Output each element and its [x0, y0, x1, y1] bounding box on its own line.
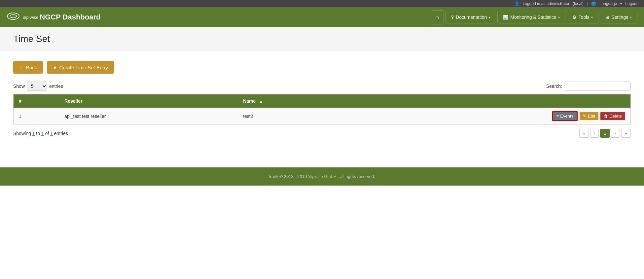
- sort-name-icon: ▲: [259, 99, 263, 104]
- page-title: Time Set: [13, 34, 631, 44]
- logged-in-label: Logged in as administrator: [523, 1, 569, 6]
- company-link[interactable]: Sipwise GmbH: [308, 174, 337, 179]
- nav-item-monitoring: 📊 Monitoring & Statistics ▾: [497, 11, 565, 23]
- cell-actions: ≡ Events ✎ Edit 🗑 Delete: [342, 108, 630, 125]
- star-icon: ★: [53, 64, 57, 70]
- settings-label: Settings: [611, 15, 628, 20]
- of-text: of: [45, 131, 51, 136]
- settings-nav-link[interactable]: ⊞ Settings ▾: [600, 11, 637, 23]
- tools-nav-link[interactable]: ⚙ Tools ▾: [567, 11, 599, 23]
- events-button[interactable]: ≡ Events: [552, 111, 578, 121]
- footer: trunk © 2013 - 2019 Sipwise GmbH , all r…: [0, 167, 644, 186]
- svg-point-1: [10, 15, 17, 18]
- trash-icon: 🗑: [604, 114, 608, 119]
- brand-logo: [7, 11, 20, 23]
- nav-item-home: ⌂: [431, 10, 444, 24]
- tools-label: Tools: [579, 15, 590, 20]
- delete-button[interactable]: 🗑 Delete: [600, 112, 625, 120]
- total-link[interactable]: 1: [50, 131, 53, 136]
- nav-menu: ⌂ ? Documentation ▾ 📊 Monitoring & Stati…: [431, 10, 637, 24]
- user-scope: (local): [573, 1, 584, 6]
- home-nav-link[interactable]: ⌂: [431, 10, 444, 24]
- next-page-button[interactable]: ›: [611, 129, 620, 138]
- table-controls-top: Show 5 10 25 50 100 entries Search:: [13, 82, 631, 91]
- table-body: 1 api_test test reseller test2 ≡ Events: [14, 108, 631, 125]
- caret-language: ▾: [620, 2, 622, 6]
- from-link[interactable]: 1: [32, 131, 35, 136]
- to-link[interactable]: 1: [41, 131, 44, 136]
- create-time-set-entry-button[interactable]: ★ Create Time Set Entry: [47, 61, 114, 74]
- edit-button[interactable]: ✎ Edit: [580, 112, 598, 120]
- row-actions: ≡ Events ✎ Edit 🗑 Delete: [347, 111, 625, 121]
- showing-text: Showing: [13, 131, 32, 136]
- col-id: #: [14, 94, 59, 108]
- back-button[interactable]: ← Back: [13, 61, 43, 74]
- globe-icon: [591, 1, 596, 6]
- first-page-button[interactable]: «: [579, 129, 589, 138]
- cell-id: 1: [14, 108, 59, 125]
- action-buttons: ← Back ★ Create Time Set Entry: [13, 61, 631, 74]
- settings-caret: ▾: [630, 16, 632, 19]
- col-name[interactable]: Name ▲: [238, 94, 342, 108]
- main-content: ← Back ★ Create Time Set Entry Show 5 10…: [0, 51, 644, 148]
- nav-item-settings: ⊞ Settings ▾: [600, 11, 637, 23]
- create-label: Create Time Set Entry: [59, 65, 108, 70]
- monitoring-nav-link[interactable]: 📊 Monitoring & Statistics ▾: [497, 11, 565, 23]
- edit-label: Edit: [588, 114, 595, 119]
- cell-name: test2: [238, 108, 342, 125]
- search-input[interactable]: [565, 82, 631, 91]
- table-footer: Showing 1 to 1 of 1 entries « ‹ 1 › »: [13, 129, 631, 138]
- brand-name: NGCP Dashboard: [40, 13, 100, 21]
- back-icon: ←: [19, 65, 24, 70]
- tools-caret: ▾: [591, 16, 593, 19]
- show-entries: Show 5 10 25 50 100 entries: [13, 82, 63, 91]
- question-icon: ?: [451, 15, 454, 20]
- entries-footer-text: entries: [54, 131, 68, 136]
- entries-label: entries: [49, 84, 63, 89]
- cell-reseller: api_test test reseller: [59, 108, 238, 125]
- documentation-nav-link[interactable]: ? Documentation ▾: [445, 11, 496, 23]
- reseller-value: api_test test reseller: [64, 114, 106, 119]
- separator: |: [587, 1, 588, 6]
- language-link[interactable]: Language: [599, 1, 617, 6]
- documentation-label: Documentation: [456, 15, 487, 20]
- footer-text-before: trunk © 2013 - 2019: [269, 174, 307, 179]
- entries-select[interactable]: 5 10 25 50 100: [27, 82, 47, 91]
- current-page-button[interactable]: 1: [600, 129, 610, 138]
- monitoring-caret: ▾: [558, 16, 560, 19]
- brand-prefix: sip:wise: [23, 15, 38, 20]
- col-reseller: Reseller: [59, 94, 238, 108]
- navbar: sip:wise NGCP Dashboard ⌂ ? Documentatio…: [0, 7, 644, 27]
- edit-icon: ✎: [583, 114, 587, 119]
- data-table: # Reseller Name ▲ 1 api_test test resell…: [13, 94, 631, 125]
- svg-point-0: [7, 13, 19, 19]
- pagination: « ‹ 1 › »: [579, 129, 631, 138]
- prev-page-button[interactable]: ‹: [590, 129, 599, 138]
- documentation-caret: ▾: [489, 16, 490, 19]
- user-icon: [515, 1, 519, 6]
- nav-item-tools: ⚙ Tools ▾: [567, 11, 599, 23]
- delete-label: Delete: [609, 114, 622, 119]
- brand-link[interactable]: sip:wise NGCP Dashboard: [7, 11, 100, 23]
- page-header: Time Set: [0, 27, 644, 51]
- to-text: to: [36, 131, 41, 136]
- top-bar: Logged in as administrator (local) | Lan…: [0, 0, 644, 7]
- grid-icon: ⊞: [605, 15, 609, 20]
- back-label: Back: [26, 65, 37, 70]
- col-actions: [342, 94, 630, 108]
- home-icon: ⌂: [436, 14, 439, 21]
- search-box: Search:: [546, 82, 631, 91]
- events-label: Events: [560, 114, 573, 119]
- logout-link[interactable]: Logout: [625, 1, 637, 6]
- nav-item-documentation: ? Documentation ▾: [445, 11, 496, 23]
- list-icon: ≡: [556, 114, 559, 119]
- footer-text-after: , all rights reserved.: [338, 174, 375, 179]
- gear-icon: ⚙: [572, 15, 577, 20]
- search-label: Search:: [546, 84, 562, 89]
- last-page-button[interactable]: »: [621, 129, 631, 138]
- row-id-link[interactable]: 1: [19, 114, 21, 119]
- table-header: # Reseller Name ▲: [14, 94, 631, 108]
- monitoring-label: Monitoring & Statistics: [510, 15, 556, 20]
- table-row: 1 api_test test reseller test2 ≡ Events: [14, 108, 631, 125]
- table-info: Showing 1 to 1 of 1 entries: [13, 131, 68, 136]
